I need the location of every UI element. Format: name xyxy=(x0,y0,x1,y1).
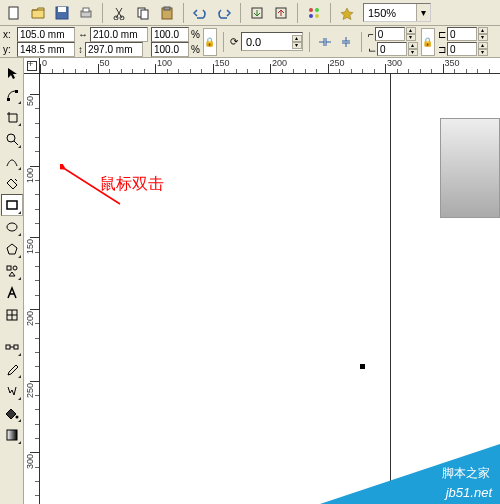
annotation-text: 鼠标双击 xyxy=(100,174,164,195)
y-label: y: xyxy=(3,43,15,56)
outline-tool[interactable] xyxy=(1,380,23,402)
app-launcher-icon[interactable] xyxy=(303,2,325,24)
tool-palette xyxy=(0,58,24,504)
interactive-fill-tool[interactable] xyxy=(1,424,23,446)
lock-ratio-button[interactable]: 🔒 xyxy=(203,28,217,56)
undo-icon[interactable] xyxy=(189,2,211,24)
height-icon: ↕ xyxy=(78,43,83,56)
rectangle-tool[interactable] xyxy=(1,194,23,216)
drawing-canvas[interactable]: 鼠标双击 xyxy=(40,74,500,504)
corner-rx-icon: ⌐ xyxy=(368,29,374,40)
svg-point-23 xyxy=(13,266,17,270)
corel-online-icon[interactable] xyxy=(336,2,358,24)
svg-rect-8 xyxy=(141,10,148,19)
property-bar: x: y: ↔ ↕ % % 🔒 ⟳ 0.0▴▾ ⌐▴▾ ⌙▴▾ 🔒 ⊏▴▾ ⊐▴… xyxy=(0,26,500,58)
ruler-horizontal[interactable]: 050100150200250300350400 xyxy=(40,58,500,74)
ruler-origin[interactable] xyxy=(24,58,40,74)
zoom-tool[interactable] xyxy=(1,128,23,150)
svg-rect-22 xyxy=(7,266,11,270)
smart-drawing-tool[interactable] xyxy=(1,172,23,194)
canvas-area: 050100150200250300350400 501001502002503… xyxy=(24,58,500,504)
mirror-h-icon[interactable] xyxy=(316,33,334,51)
svg-rect-4 xyxy=(83,8,89,12)
zoom-combo[interactable]: 150% ▾ xyxy=(363,3,431,22)
width-icon: ↔ xyxy=(78,28,88,41)
shape-tool[interactable] xyxy=(1,84,23,106)
copy-icon[interactable] xyxy=(132,2,154,24)
svg-point-14 xyxy=(315,8,319,12)
export-icon[interactable] xyxy=(270,2,292,24)
zoom-value: 150% xyxy=(364,7,416,19)
main-toolbar: 150% ▾ xyxy=(0,0,500,26)
scale-y-input[interactable] xyxy=(151,42,189,57)
y-position-input[interactable] xyxy=(17,42,75,57)
svg-point-19 xyxy=(7,134,15,142)
paste-icon[interactable] xyxy=(156,2,178,24)
offset-y-label: ⊐ xyxy=(438,44,446,55)
percent-label-2: % xyxy=(191,43,200,56)
x-label: x: xyxy=(3,28,15,41)
lock-corner-button[interactable]: 🔒 xyxy=(421,28,435,56)
page-edge xyxy=(390,74,391,504)
svg-point-13 xyxy=(309,8,313,12)
offset-x-input[interactable] xyxy=(447,27,477,41)
table-tool[interactable] xyxy=(1,304,23,326)
new-icon[interactable] xyxy=(3,2,25,24)
svg-rect-17 xyxy=(7,98,10,101)
polygon-tool[interactable] xyxy=(1,238,23,260)
ruler-vertical[interactable]: 50100150200250300 xyxy=(24,74,40,504)
selection-handle[interactable] xyxy=(360,364,365,369)
svg-rect-20 xyxy=(7,201,17,209)
cut-icon[interactable] xyxy=(108,2,130,24)
svg-rect-26 xyxy=(14,345,18,349)
import-icon[interactable] xyxy=(246,2,268,24)
x-position-input[interactable] xyxy=(17,27,75,42)
rotation-icon: ⟳ xyxy=(230,36,238,47)
crop-tool[interactable] xyxy=(1,106,23,128)
freehand-tool[interactable] xyxy=(1,150,23,172)
fill-tool[interactable] xyxy=(1,402,23,424)
corner-ry-icon: ⌙ xyxy=(368,44,376,55)
watermark: 脚本之家 jb51.net xyxy=(320,444,500,504)
offset-y-input[interactable] xyxy=(447,42,477,56)
chevron-down-icon: ▾ xyxy=(416,4,430,21)
svg-point-15 xyxy=(309,14,313,18)
svg-point-21 xyxy=(7,223,17,231)
svg-rect-28 xyxy=(7,430,17,440)
height-input[interactable] xyxy=(85,42,143,57)
angle-input[interactable]: 0.0▴▾ xyxy=(241,32,303,51)
print-icon[interactable] xyxy=(75,2,97,24)
svg-rect-0 xyxy=(9,7,18,19)
svg-point-16 xyxy=(315,14,319,18)
ellipse-tool[interactable] xyxy=(1,216,23,238)
corner-rx-input[interactable] xyxy=(375,27,405,41)
eyedropper-tool[interactable] xyxy=(1,358,23,380)
interactive-blend-tool[interactable] xyxy=(1,336,23,358)
save-icon[interactable] xyxy=(51,2,73,24)
svg-rect-10 xyxy=(164,7,170,10)
percent-label: % xyxy=(191,28,200,41)
width-input[interactable] xyxy=(90,27,148,42)
open-icon[interactable] xyxy=(27,2,49,24)
text-tool[interactable] xyxy=(1,282,23,304)
corner-ry-input[interactable] xyxy=(377,42,407,56)
sample-object[interactable] xyxy=(440,118,500,218)
watermark-cn: 脚本之家 xyxy=(442,465,490,482)
watermark-site: jb51.net xyxy=(446,485,492,500)
svg-rect-25 xyxy=(6,345,10,349)
svg-rect-2 xyxy=(58,7,66,12)
mirror-v-icon[interactable] xyxy=(337,33,355,51)
offset-x-label: ⊏ xyxy=(438,29,446,40)
basic-shapes-tool[interactable] xyxy=(1,260,23,282)
scale-x-input[interactable] xyxy=(151,27,189,42)
svg-rect-18 xyxy=(15,90,18,93)
pick-tool[interactable] xyxy=(1,62,23,84)
redo-icon[interactable] xyxy=(213,2,235,24)
